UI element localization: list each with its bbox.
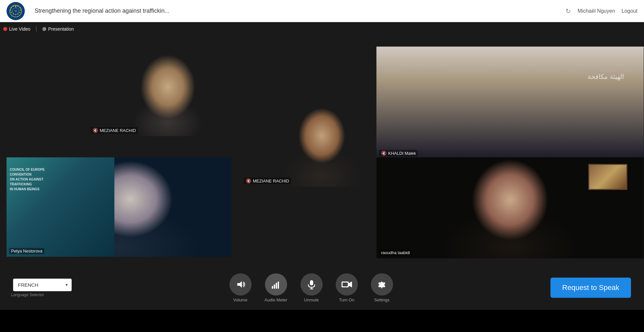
wall-painting [588,164,627,190]
volume-button[interactable]: Volume [229,273,252,302]
settings-icon-circle [371,273,393,296]
camera-button[interactable]: Turn On [336,273,358,302]
svg-marker-26 [349,281,352,287]
participant-name-khaldi: 🔇 KHALDI Malek [379,150,418,156]
logo-area: CE [7,2,25,20]
header-right: ↻ Michaël Nguyen Logout [565,7,637,15]
controls-bar: FRENCH ENGLISH ARABIC ▾ Language Selecto… [0,266,644,310]
participant-name-meziane-top: 🔇 MEZIANE RACHID [91,127,138,134]
council-of-europe-logo: CE [7,2,25,20]
presentation-option[interactable]: Presentation [42,26,74,32]
svg-marker-17 [237,281,242,288]
center-controls: Volume Audio Meter [72,273,550,302]
participant-name-raoudha: raoudha laabidi [379,250,412,256]
svg-point-16 [13,6,14,7]
video-tile-meziane-top: 🔇 MEZIANE RACHID [88,47,248,136]
svg-point-11 [15,14,16,15]
unmute-label: Unmute [304,297,319,302]
camera-label: Turn On [339,297,354,302]
name-label: Petya Nestorova [11,249,42,253]
language-selector-label: Language Selector [10,293,72,297]
audio-meter-icon-circle [265,273,287,296]
volume-icon-circle [229,273,252,296]
svg-rect-27 [343,282,348,286]
unmute-button[interactable]: Unmute [300,273,323,302]
participant-name-petya: Petya Nestorova [9,248,44,254]
svg-rect-21 [278,281,279,289]
participant-name-meziane-center: 🔇 MEZIANE RACHID [244,178,291,184]
person-video-petya [7,157,231,257]
person-video-meziane-top [88,47,248,136]
person-video-khaldi: الهيئة مكافحة [376,47,644,159]
svg-point-9 [20,12,21,13]
logout-button[interactable]: Logout [622,8,637,14]
svg-point-13 [11,12,12,13]
microphone-icon-circle [300,273,323,296]
svg-point-6 [18,6,19,7]
language-selector[interactable]: FRENCH ENGLISH ARABIC ▾ [13,279,72,291]
svg-rect-18 [272,286,273,289]
separator: | [36,25,37,32]
video-tile-khaldi: الهيئة مكافحة 🔇 KHALDI Malek [376,47,644,159]
svg-point-5 [15,5,16,6]
video-top-bar: Live Video | Presentation [3,25,74,32]
volume-label: Volume [233,297,247,302]
person-video-raoudha [376,157,644,258]
arabic-sign-text: الهيئة مكافحة [588,73,624,80]
svg-point-10 [18,13,19,14]
svg-point-15 [11,7,12,8]
name-label: MEZIANE RACHID [253,179,289,183]
svg-point-7 [20,7,21,8]
live-video-label: Live Video [9,26,30,32]
settings-button[interactable]: Settings [371,273,393,302]
request-to-speak-button[interactable]: Request to Speak [550,278,631,298]
live-dot [3,27,7,31]
video-tile-petya: Petya Nestorova [7,157,231,257]
presentation-dot [42,27,46,31]
language-selector-wrapper: FRENCH ENGLISH ARABIC ▾ Language Selecto… [10,279,72,297]
video-tile-raoudha: raoudha laabidi [376,157,644,258]
svg-rect-20 [276,283,277,289]
svg-point-12 [13,13,14,14]
user-name: Michaël Nguyen [578,8,615,14]
mic-muted-icon: 🔇 [93,128,98,133]
video-area: Live Video | Presentation 🔇 MEZIANE RACH… [0,22,644,310]
name-label: MEZIANE RACHID [100,128,136,133]
meeting-title: Strengthening the regional action agains… [35,7,565,14]
language-select[interactable]: FRENCH ENGLISH ARABIC [13,279,72,291]
mic-muted-icon: 🔇 [381,151,387,156]
mic-muted-icon: 🔇 [246,178,251,183]
audio-meter-button[interactable]: Audio Meter [265,273,287,302]
svg-rect-22 [310,280,313,285]
audio-meter-label: Audio Meter [265,297,287,302]
camera-icon-circle [336,273,358,296]
name-label: raoudha laabidi [381,250,410,255]
header: CE Strengthening the reg [0,0,644,22]
right-controls: Request to Speak [550,278,631,298]
name-label: KHALDI Malek [388,151,416,156]
svg-point-14 [10,9,11,10]
refresh-icon[interactable]: ↻ [565,7,571,15]
svg-text:CE: CE [15,10,17,12]
settings-label: Settings [374,297,389,302]
svg-rect-19 [274,284,275,289]
live-video-option[interactable]: Live Video [3,26,30,32]
presentation-label: Presentation [48,26,74,32]
svg-point-8 [20,9,21,10]
